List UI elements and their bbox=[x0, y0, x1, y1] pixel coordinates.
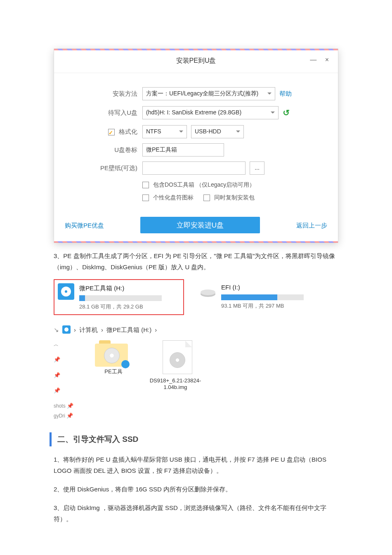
drive-i-usage-bar bbox=[221, 294, 304, 300]
pin-icon: 📌 bbox=[54, 355, 78, 364]
install-method-select[interactable]: 方案一：UEFI/Legacy全能三分区方式(推荐) bbox=[142, 87, 275, 100]
file-name: DS918+_6.21-23824-1.04b.img bbox=[149, 377, 202, 391]
hdd-icon bbox=[199, 282, 217, 300]
pin-icon: 📌 bbox=[54, 370, 78, 380]
form-area: 安装方法 方案一：UEFI/Legacy全能三分区方式(推荐) 帮助 待写入U盘… bbox=[54, 73, 338, 209]
drive-h-sub: 28.1 GB 可用，共 29.2 GB bbox=[79, 302, 162, 311]
help-link[interactable]: 帮助 bbox=[279, 88, 292, 99]
window-controls: — × bbox=[310, 54, 332, 66]
bottom-bar: 购买微PE优盘 立即安装进U盘 返回上一步 bbox=[54, 209, 338, 242]
copy-package-label: 同时复制安装包 bbox=[214, 194, 255, 201]
breadcrumb-root[interactable]: 计算机 bbox=[79, 324, 98, 335]
drive-h-name: 微PE工具箱 (H:) bbox=[79, 282, 162, 294]
image-file-icon bbox=[163, 340, 192, 374]
sidebar-item-shots[interactable]: shots 📌 bbox=[54, 401, 78, 411]
drive-icon-label: 个性化盘符图标 bbox=[153, 194, 194, 201]
install-method-label: 安装方法 bbox=[65, 88, 142, 99]
usb-mode-select[interactable]: USB-HDD bbox=[191, 125, 244, 138]
browse-button[interactable]: ... bbox=[250, 161, 264, 175]
collapse-icon[interactable]: ︿ bbox=[54, 340, 78, 349]
drive-h[interactable]: 微PE工具箱 (H:) 28.1 GB 可用，共 29.2 GB bbox=[54, 279, 184, 315]
drive-icon-checkbox[interactable] bbox=[142, 194, 149, 201]
sidebar-item-gydri[interactable]: gyDri 📌 bbox=[54, 411, 78, 421]
format-checkbox[interactable] bbox=[108, 129, 115, 135]
step-2: 2、使用 DiskGenius，将自带 16G SSD 内所有分区删除并保存。 bbox=[54, 484, 338, 495]
minimize-button[interactable]: — bbox=[310, 56, 320, 63]
close-button[interactable]: × bbox=[325, 56, 332, 63]
folder-pe-tools[interactable]: PE工具 bbox=[95, 340, 132, 376]
drive-i-name: EFI (I:) bbox=[221, 282, 304, 293]
svg-point-4 bbox=[201, 289, 215, 295]
drive-h-usage-bar bbox=[79, 295, 162, 301]
target-disk-select[interactable]: (hd5)H: I: SanDisk Extreme (29.8GB) bbox=[142, 106, 279, 119]
wallpaper-input[interactable] bbox=[142, 161, 246, 175]
wallpaper-label: PE壁纸(可选) bbox=[65, 162, 142, 173]
section-heading-2: 二、引导文件写入 SSD bbox=[50, 432, 338, 446]
disc-icon bbox=[57, 282, 75, 301]
folder-icon bbox=[95, 340, 128, 367]
installer-window: 安装PE到U盘 — × 安装方法 方案一：UEFI/Legacy全能三分区方式(… bbox=[54, 49, 338, 243]
drives-panel: 微PE工具箱 (H:) 28.1 GB 可用，共 29.2 GB EFI (I:… bbox=[54, 279, 338, 315]
breadcrumb-current[interactable]: 微PE工具箱 (H:) bbox=[106, 324, 151, 335]
volume-label-input[interactable]: 微PE工具箱 bbox=[142, 143, 224, 157]
breadcrumb: ↘ › 计算机 › 微PE工具箱 (H:) › bbox=[54, 324, 338, 335]
pin-icon: 📌 bbox=[54, 386, 78, 395]
sidebar-quick-access: ︿ 📌 📌 📌 shots 📌 gyDri 📌 bbox=[54, 340, 78, 421]
drive-i[interactable]: EFI (I:) 93.1 MB 可用，共 297 MB bbox=[196, 279, 325, 315]
back-link[interactable]: 返回上一步 bbox=[296, 220, 327, 231]
step-3: 3、启动 DiskImg ，驱动器选择机器内置 SSD，浏览选择镜像写入（路径、… bbox=[54, 502, 338, 524]
step-1: 1、将制作好的 PE U 盘插入蜗牛星际背部 USB 接口，通电开机，并按 F7… bbox=[54, 454, 338, 476]
file-img[interactable]: DS918+_6.21-23824-1.04b.img bbox=[149, 340, 206, 391]
breadcrumb-icon bbox=[62, 325, 71, 334]
refresh-icon[interactable]: ↻ bbox=[283, 105, 290, 120]
paragraph-3: 3、PE 盘制作工具生成了两个分区，EFI 为 PE 引导分区，"微 PE 工具… bbox=[54, 250, 338, 273]
volume-label-label: U盘卷标 bbox=[65, 144, 142, 155]
dos-toolbox-checkbox[interactable] bbox=[142, 182, 149, 188]
folder-view: ︿ 📌 📌 📌 shots 📌 gyDri 📌 PE工具 DS918+_6.21… bbox=[54, 340, 338, 421]
dos-toolbox-label: 包含DOS工具箱 （仅Legacy启动可用） bbox=[153, 181, 255, 188]
buy-link[interactable]: 购买微PE优盘 bbox=[65, 220, 104, 231]
install-button[interactable]: 立即安装进U盘 bbox=[140, 217, 260, 233]
copy-package-checkbox[interactable] bbox=[203, 194, 210, 201]
filesystem-select[interactable]: NTFS bbox=[142, 125, 187, 138]
drive-i-sub: 93.1 MB 可用，共 297 MB bbox=[221, 301, 304, 311]
format-label: 格式化 bbox=[65, 126, 142, 137]
window-title: 安装PE到U盘 bbox=[176, 57, 216, 64]
window-title-bar: 安装PE到U盘 — × bbox=[54, 49, 338, 73]
svg-point-2 bbox=[65, 290, 67, 293]
extra-options: 包含DOS工具箱 （仅Legacy启动可用） 个性化盘符图标 同时复制安装包 bbox=[142, 180, 327, 203]
target-disk-label: 待写入U盘 bbox=[65, 107, 142, 118]
